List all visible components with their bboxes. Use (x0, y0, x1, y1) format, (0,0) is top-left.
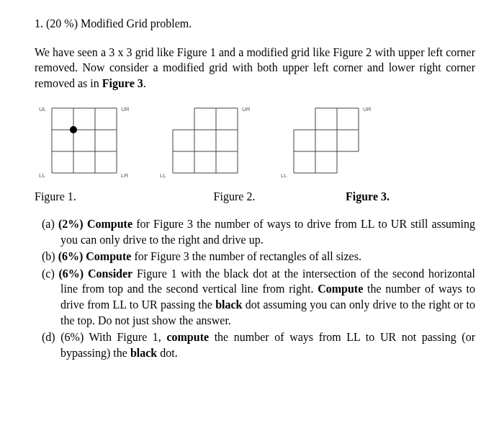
figure-1-svg: UL UR LL LR (35, 101, 143, 182)
label-ll: LL (281, 172, 287, 179)
part-d: (d) (6%) With Figure 1, compute the numb… (35, 329, 475, 360)
figure-2-caption: Figure 2. (168, 189, 301, 205)
figure-3: UR LL (276, 101, 384, 182)
label-lr: LR (121, 172, 128, 179)
part-c: (c) (6%) Consider Figure 1 with the blac… (35, 266, 475, 328)
figure-3-svg: UR LL (276, 101, 384, 182)
label-ur: UR (121, 106, 130, 112)
figure-2: UR LL (156, 101, 264, 182)
part-b: (b) (6%) Compute for Figure 3 the number… (35, 249, 475, 265)
figures-row: UL UR LL LR (35, 101, 475, 182)
figure-1-caption: Figure 1. (35, 189, 168, 205)
label-ur: UR (363, 106, 372, 112)
part-a: (a) (2%) Compute for Figure 3 the number… (35, 216, 475, 247)
black-dot-icon (70, 126, 77, 133)
label-ur: UR (242, 106, 251, 112)
problem-title: 1. (20 %) Modified Grid problem. (35, 16, 475, 32)
label-ll: LL (39, 172, 45, 179)
label-ul: UL (39, 106, 47, 112)
figure-caption-row: Figure 1. Figure 2. Figure 3. (35, 189, 475, 205)
figure-3-caption: Figure 3. (301, 189, 434, 205)
label-ll: LL (160, 172, 166, 179)
parts-list: (a) (2%) Compute for Figure 3 the number… (35, 216, 475, 360)
figure-1: UL UR LL LR (35, 101, 143, 182)
figure-2-svg: UR LL (156, 101, 264, 182)
intro-paragraph: We have seen a 3 x 3 grid like Figure 1 … (35, 45, 475, 92)
